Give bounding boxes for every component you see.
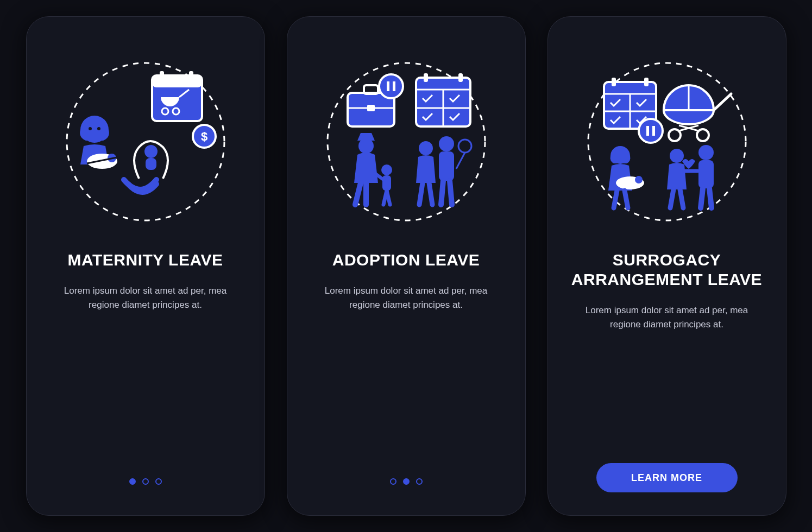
svg-text:$: $ bbox=[200, 130, 207, 143]
screen-title: Adoption Leave bbox=[332, 250, 480, 270]
calendar-checks-pause-icon bbox=[604, 78, 663, 143]
svg-line-45 bbox=[450, 181, 452, 205]
svg-point-10 bbox=[144, 145, 158, 158]
woman-with-baby-icon bbox=[608, 146, 644, 208]
svg-rect-23 bbox=[387, 81, 389, 91]
svg-line-75 bbox=[709, 188, 712, 208]
svg-rect-57 bbox=[652, 126, 655, 136]
official-with-child-icon bbox=[354, 133, 392, 205]
svg-point-13 bbox=[89, 127, 92, 130]
surrogacy-illustration bbox=[580, 55, 754, 229]
svg-line-61 bbox=[714, 94, 731, 110]
svg-point-60 bbox=[697, 129, 709, 141]
calendar-checks-icon bbox=[416, 73, 470, 126]
svg-point-72 bbox=[698, 145, 714, 160]
svg-point-46 bbox=[458, 140, 471, 153]
svg-point-22 bbox=[379, 74, 403, 98]
adoption-illustration bbox=[319, 55, 493, 229]
calendar-stroller-icon bbox=[152, 71, 202, 121]
page-dot-2[interactable] bbox=[403, 478, 410, 485]
svg-line-37 bbox=[387, 191, 390, 205]
svg-rect-43 bbox=[439, 151, 454, 181]
svg-point-39 bbox=[419, 141, 433, 155]
screen-description: Lorem ipsum dolor sit amet ad per, mea r… bbox=[577, 303, 757, 332]
svg-rect-24 bbox=[393, 81, 395, 91]
screen-description: Lorem ipsum dolor sit amet ad per, mea r… bbox=[317, 284, 496, 313]
page-dot-1[interactable] bbox=[390, 478, 396, 485]
svg-point-66 bbox=[635, 176, 643, 183]
screen-title: Maternity Leave bbox=[68, 250, 223, 270]
maternity-illustration: $ bbox=[59, 55, 232, 229]
svg-point-55 bbox=[639, 119, 663, 143]
svg-point-31 bbox=[358, 138, 374, 154]
screen-description: Lorem ipsum dolor sit amet ad per, mea r… bbox=[56, 284, 235, 313]
svg-line-67 bbox=[614, 191, 617, 208]
woman-with-baby-icon bbox=[80, 116, 119, 169]
onboarding-screen-1: $ Maternity Leave Lorem ipsum dolor sit … bbox=[26, 16, 265, 516]
svg-line-47 bbox=[456, 153, 465, 169]
svg-line-33 bbox=[355, 183, 361, 205]
svg-point-69 bbox=[670, 149, 684, 163]
money-icon: $ bbox=[193, 125, 216, 148]
svg-rect-54 bbox=[644, 78, 649, 86]
child-in-hands-icon bbox=[124, 141, 168, 192]
svg-rect-21 bbox=[367, 105, 375, 111]
svg-line-71 bbox=[680, 189, 683, 208]
svg-line-41 bbox=[429, 183, 432, 205]
screen-title: Surrogacy Arrangement Leave bbox=[571, 250, 762, 289]
svg-rect-53 bbox=[612, 78, 616, 86]
svg-rect-4 bbox=[189, 71, 193, 81]
stroller-icon bbox=[664, 85, 731, 141]
svg-line-68 bbox=[625, 191, 628, 208]
page-dot-3[interactable] bbox=[155, 478, 162, 485]
svg-line-40 bbox=[419, 183, 423, 205]
svg-line-44 bbox=[441, 181, 443, 205]
page-indicator bbox=[390, 478, 423, 485]
svg-rect-30 bbox=[458, 73, 463, 82]
svg-point-42 bbox=[439, 136, 454, 151]
svg-rect-56 bbox=[646, 126, 649, 136]
learn-more-button[interactable]: LEARN MORE bbox=[596, 463, 738, 492]
page-dot-3[interactable] bbox=[416, 478, 423, 485]
svg-line-70 bbox=[670, 189, 673, 208]
svg-rect-29 bbox=[424, 73, 428, 82]
svg-line-74 bbox=[701, 188, 703, 208]
onboarding-screen-3: Surrogacy Arrangement Leave Lorem ipsum … bbox=[547, 16, 786, 516]
family-balloon-icon bbox=[416, 136, 471, 205]
svg-point-34 bbox=[381, 164, 392, 175]
page-dot-2[interactable] bbox=[142, 478, 149, 485]
page-dot-1[interactable] bbox=[129, 478, 136, 485]
page-indicator bbox=[129, 478, 162, 485]
svg-rect-73 bbox=[698, 160, 714, 188]
svg-rect-11 bbox=[146, 158, 156, 170]
svg-rect-35 bbox=[382, 175, 391, 191]
svg-rect-2 bbox=[152, 75, 202, 87]
svg-rect-3 bbox=[160, 71, 164, 81]
couple-heart-icon bbox=[667, 145, 714, 208]
svg-point-14 bbox=[97, 127, 100, 130]
svg-point-59 bbox=[669, 129, 681, 141]
onboarding-screen-2: Adoption Leave Lorem ipsum dolor sit ame… bbox=[287, 16, 526, 516]
